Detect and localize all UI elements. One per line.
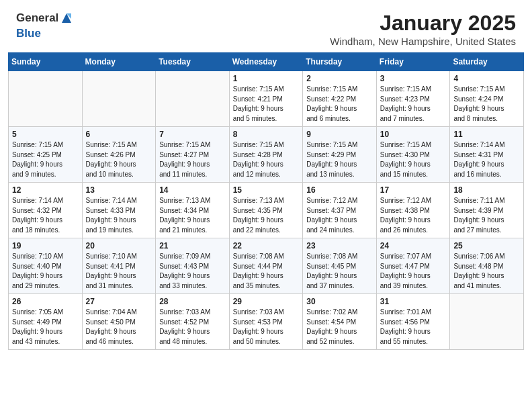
day-info: Sunrise: 7:10 AM Sunset: 4:40 PM Dayligh… xyxy=(12,252,79,291)
calendar-week-5: 26Sunrise: 7:05 AM Sunset: 4:49 PM Dayli… xyxy=(9,294,524,350)
calendar-day: 15Sunrise: 7:13 AM Sunset: 4:35 PM Dayli… xyxy=(229,183,303,238)
day-number: 5 xyxy=(12,130,79,139)
day-number: 13 xyxy=(86,185,152,195)
calendar-day: 9Sunrise: 7:15 AM Sunset: 4:29 PM Daylig… xyxy=(303,127,377,183)
calendar-day: 30Sunrise: 7:02 AM Sunset: 4:54 PM Dayli… xyxy=(303,294,377,350)
day-number: 25 xyxy=(453,241,520,250)
day-number: 31 xyxy=(380,297,447,306)
day-info: Sunrise: 7:03 AM Sunset: 4:53 PM Dayligh… xyxy=(233,308,300,347)
day-number: 6 xyxy=(86,130,152,139)
day-number: 17 xyxy=(380,185,447,195)
weekday-thursday: Thursday xyxy=(303,53,377,71)
calendar-week-4: 19Sunrise: 7:10 AM Sunset: 4:40 PM Dayli… xyxy=(9,238,524,294)
weekday-saturday: Saturday xyxy=(450,53,524,71)
day-number: 28 xyxy=(159,297,226,306)
calendar-day: 5Sunrise: 7:15 AM Sunset: 4:25 PM Daylig… xyxy=(9,127,83,183)
calendar-day: 17Sunrise: 7:12 AM Sunset: 4:38 PM Dayli… xyxy=(376,183,450,238)
day-number: 15 xyxy=(233,185,300,195)
calendar-day: 27Sunrise: 7:04 AM Sunset: 4:50 PM Dayli… xyxy=(82,294,156,350)
day-number: 11 xyxy=(453,130,520,139)
location: Windham, New Hampshire, United States xyxy=(330,36,516,47)
logo-blue: Blue xyxy=(16,27,41,40)
day-info: Sunrise: 7:01 AM Sunset: 4:56 PM Dayligh… xyxy=(380,308,447,347)
day-number: 16 xyxy=(306,185,373,195)
day-number: 8 xyxy=(233,130,300,139)
day-info: Sunrise: 7:02 AM Sunset: 4:54 PM Dayligh… xyxy=(306,308,373,347)
day-info: Sunrise: 7:15 AM Sunset: 4:26 PM Dayligh… xyxy=(86,140,152,179)
logo-text: General Blue xyxy=(16,11,75,40)
calendar-header: SundayMondayTuesdayWednesdayThursdayFrid… xyxy=(9,53,524,71)
day-number: 24 xyxy=(380,241,447,250)
day-info: Sunrise: 7:05 AM Sunset: 4:49 PM Dayligh… xyxy=(12,308,79,347)
calendar-week-3: 12Sunrise: 7:14 AM Sunset: 4:32 PM Dayli… xyxy=(9,183,524,238)
day-info: Sunrise: 7:15 AM Sunset: 4:21 PM Dayligh… xyxy=(233,85,300,124)
day-info: Sunrise: 7:15 AM Sunset: 4:30 PM Dayligh… xyxy=(380,140,447,179)
calendar-week-1: 1Sunrise: 7:15 AM Sunset: 4:21 PM Daylig… xyxy=(9,71,524,127)
calendar-day: 6Sunrise: 7:15 AM Sunset: 4:26 PM Daylig… xyxy=(82,127,156,183)
day-number: 29 xyxy=(233,297,300,306)
day-info: Sunrise: 7:10 AM Sunset: 4:41 PM Dayligh… xyxy=(86,252,152,291)
calendar-day: 31Sunrise: 7:01 AM Sunset: 4:56 PM Dayli… xyxy=(376,294,450,350)
day-info: Sunrise: 7:15 AM Sunset: 4:27 PM Dayligh… xyxy=(159,140,226,179)
calendar-day: 1Sunrise: 7:15 AM Sunset: 4:21 PM Daylig… xyxy=(229,71,303,127)
day-number: 18 xyxy=(453,185,520,195)
calendar-day: 20Sunrise: 7:10 AM Sunset: 4:41 PM Dayli… xyxy=(82,238,156,294)
calendar-day: 19Sunrise: 7:10 AM Sunset: 4:40 PM Dayli… xyxy=(9,238,83,294)
calendar-day: 4Sunrise: 7:15 AM Sunset: 4:24 PM Daylig… xyxy=(450,71,524,127)
day-number: 12 xyxy=(12,185,79,195)
calendar-day: 16Sunrise: 7:12 AM Sunset: 4:37 PM Dayli… xyxy=(303,183,377,238)
calendar-day: 3Sunrise: 7:15 AM Sunset: 4:23 PM Daylig… xyxy=(376,71,450,127)
day-number: 23 xyxy=(306,241,373,250)
day-number: 7 xyxy=(159,130,226,139)
day-info: Sunrise: 7:07 AM Sunset: 4:47 PM Dayligh… xyxy=(380,252,447,291)
day-number: 9 xyxy=(306,130,373,139)
day-info: Sunrise: 7:15 AM Sunset: 4:25 PM Dayligh… xyxy=(12,140,79,179)
calendar-day xyxy=(156,71,230,127)
calendar-day: 18Sunrise: 7:11 AM Sunset: 4:39 PM Dayli… xyxy=(450,183,524,238)
logo-general: General xyxy=(16,11,58,24)
calendar-day: 21Sunrise: 7:09 AM Sunset: 4:43 PM Dayli… xyxy=(156,238,230,294)
day-number: 20 xyxy=(86,241,152,250)
day-number: 10 xyxy=(380,130,447,139)
day-number: 22 xyxy=(233,241,300,250)
day-number: 21 xyxy=(159,241,226,250)
day-number: 1 xyxy=(233,74,300,83)
weekday-monday: Monday xyxy=(82,53,156,71)
calendar-day xyxy=(82,71,156,127)
logo: General Blue xyxy=(16,11,75,40)
day-info: Sunrise: 7:09 AM Sunset: 4:43 PM Dayligh… xyxy=(159,252,226,291)
day-info: Sunrise: 7:03 AM Sunset: 4:52 PM Dayligh… xyxy=(159,308,226,347)
calendar-day: 13Sunrise: 7:14 AM Sunset: 4:33 PM Dayli… xyxy=(82,183,156,238)
day-info: Sunrise: 7:15 AM Sunset: 4:23 PM Dayligh… xyxy=(380,85,447,124)
calendar-day: 26Sunrise: 7:05 AM Sunset: 4:49 PM Dayli… xyxy=(9,294,83,350)
day-number: 26 xyxy=(12,297,79,306)
logo-icon xyxy=(59,11,74,26)
day-info: Sunrise: 7:15 AM Sunset: 4:24 PM Dayligh… xyxy=(453,85,520,124)
calendar-wrapper: SundayMondayTuesdayWednesdayThursdayFrid… xyxy=(0,52,532,358)
calendar-day xyxy=(450,294,524,350)
day-number: 30 xyxy=(306,297,373,306)
day-info: Sunrise: 7:08 AM Sunset: 4:45 PM Dayligh… xyxy=(306,252,373,291)
calendar-week-2: 5Sunrise: 7:15 AM Sunset: 4:25 PM Daylig… xyxy=(9,127,524,183)
day-info: Sunrise: 7:11 AM Sunset: 4:39 PM Dayligh… xyxy=(453,196,520,235)
day-info: Sunrise: 7:14 AM Sunset: 4:31 PM Dayligh… xyxy=(453,140,520,179)
day-number: 2 xyxy=(306,74,373,83)
calendar-day: 11Sunrise: 7:14 AM Sunset: 4:31 PM Dayli… xyxy=(450,127,524,183)
day-info: Sunrise: 7:13 AM Sunset: 4:35 PM Dayligh… xyxy=(233,196,300,235)
calendar-table: SundayMondayTuesdayWednesdayThursdayFrid… xyxy=(8,52,524,350)
page-header: General Blue January 2025 Windham, New H… xyxy=(0,0,532,52)
calendar-day: 29Sunrise: 7:03 AM Sunset: 4:53 PM Dayli… xyxy=(229,294,303,350)
month-title: January 2025 xyxy=(330,11,516,36)
day-info: Sunrise: 7:12 AM Sunset: 4:38 PM Dayligh… xyxy=(380,196,447,235)
calendar-day: 14Sunrise: 7:13 AM Sunset: 4:34 PM Dayli… xyxy=(156,183,230,238)
day-info: Sunrise: 7:14 AM Sunset: 4:33 PM Dayligh… xyxy=(86,196,152,235)
calendar-day: 10Sunrise: 7:15 AM Sunset: 4:30 PM Dayli… xyxy=(376,127,450,183)
day-number: 27 xyxy=(86,297,152,306)
calendar-day: 2Sunrise: 7:15 AM Sunset: 4:22 PM Daylig… xyxy=(303,71,377,127)
day-info: Sunrise: 7:15 AM Sunset: 4:22 PM Dayligh… xyxy=(306,85,373,124)
weekday-wednesday: Wednesday xyxy=(229,53,303,71)
day-number: 19 xyxy=(12,241,79,250)
day-info: Sunrise: 7:15 AM Sunset: 4:28 PM Dayligh… xyxy=(233,140,300,179)
day-info: Sunrise: 7:15 AM Sunset: 4:29 PM Dayligh… xyxy=(306,140,373,179)
calendar-day: 8Sunrise: 7:15 AM Sunset: 4:28 PM Daylig… xyxy=(229,127,303,183)
